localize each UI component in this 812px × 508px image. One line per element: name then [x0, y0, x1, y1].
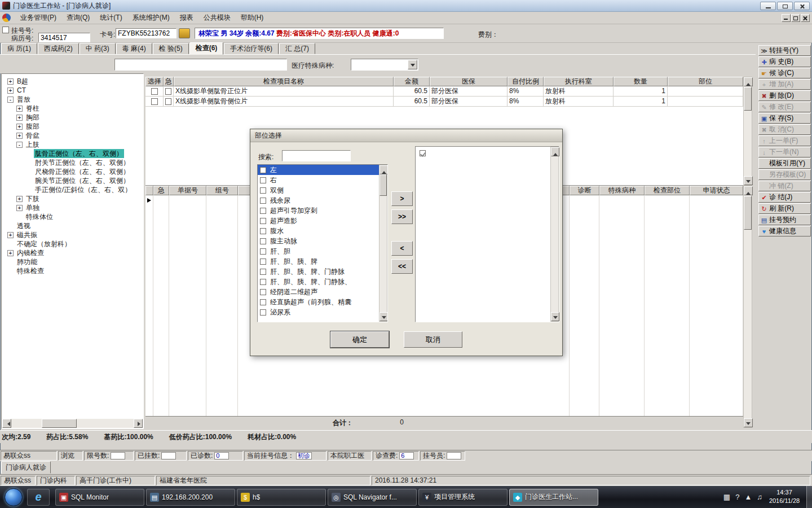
tree-expander-icon[interactable]: + [16, 124, 23, 130]
taskbar-button[interactable]: ◆ 门诊医生工作站... [509, 489, 598, 506]
tree-expander-icon[interactable]: + [16, 115, 23, 121]
restore-button[interactable] [777, 2, 793, 10]
body-part-option[interactable]: 肝、胆、胰、脾 [258, 256, 379, 266]
scroll-down-button[interactable] [379, 312, 388, 321]
option-checkbox[interactable] [260, 269, 266, 275]
scroll-up-button[interactable] [744, 186, 753, 195]
option-checkbox[interactable] [260, 238, 266, 244]
menu-item[interactable]: 报表 [175, 12, 198, 23]
sidebar-button[interactable]: ✖ 删 除(D) [758, 90, 811, 101]
body-part-option[interactable]: 左 [258, 165, 379, 175]
taskbar-clock[interactable]: 14:37 2016/11/28 [766, 488, 803, 505]
menu-item[interactable]: 查询(Q) [61, 12, 95, 23]
tree-item[interactable]: 腕关节正侧位（左、右、双侧） [2, 176, 143, 185]
document-tab[interactable]: 门诊病人就诊 [1, 461, 51, 474]
option-checkbox[interactable] [260, 279, 266, 285]
body-part-option[interactable]: 泌尿系 [258, 307, 379, 317]
sidebar-button[interactable]: ▣ 保 存(S) [758, 113, 811, 124]
tree-item[interactable]: 尺桡骨正侧位（左、右、双侧） [2, 167, 143, 176]
module-tab[interactable]: 检 验(5) [153, 43, 189, 54]
tree-horizontal-scrollbar[interactable] [2, 419, 143, 428]
card-reader-icon[interactable] [179, 28, 190, 38]
body-part-option[interactable]: 经阴道二维超声 [258, 287, 379, 297]
body-part-option[interactable]: 腹水 [258, 226, 379, 236]
sidebar-button[interactable]: ☛ 候 诊(C) [758, 68, 811, 78]
option-checkbox[interactable] [260, 218, 266, 224]
tree-item[interactable]: + 脊柱 [2, 104, 143, 113]
body-part-option[interactable]: 残余尿 [258, 195, 379, 205]
module-tab[interactable]: 汇 总(7) [279, 43, 315, 54]
sidebar-button[interactable]: ♥ 健康信息 [758, 226, 811, 237]
body-part-option[interactable]: 右 [258, 175, 379, 185]
input-indicator-icon[interactable]: ▦ [723, 493, 730, 501]
module-tab[interactable]: 中 药(3) [80, 43, 116, 54]
internet-explorer-icon[interactable]: e [27, 489, 50, 506]
option-checkbox[interactable] [260, 259, 266, 265]
card-no-input[interactable] [116, 28, 176, 38]
tree-item[interactable]: 不确定（放射科） [2, 239, 143, 248]
show-desktop-button[interactable] [806, 486, 812, 508]
tree-item[interactable]: 特殊体位 [2, 212, 143, 221]
scroll-up-button[interactable] [551, 147, 559, 156]
option-checkbox[interactable] [260, 198, 266, 204]
sidebar-button[interactable]: ✖ 取 消(C) [758, 124, 811, 135]
tree-item[interactable]: + B超 [2, 77, 143, 86]
exam-item-row[interactable]: X线摄影单侧肱骨侧位片 60.5 部分医保 8% 放射科 1 [145, 97, 743, 107]
module-tab[interactable]: 西成药(2) [38, 43, 79, 54]
sidebar-button[interactable]: ≫ 转挂号(Y) [758, 45, 811, 56]
taskbar-button[interactable]: $ h$ [237, 489, 326, 506]
sidebar-button[interactable]: ✚ 病 史(B) [758, 56, 811, 67]
option-checkbox[interactable] [260, 228, 266, 234]
show-hidden-icons[interactable]: ▲ [744, 493, 752, 501]
module-tab[interactable]: 毒 麻(4) [116, 43, 152, 54]
minimize-button[interactable] [760, 2, 776, 10]
module-tab[interactable]: 病 历(1) [1, 43, 37, 54]
tree-expander-icon[interactable]: + [16, 205, 23, 211]
scroll-up-button[interactable] [379, 165, 388, 174]
tree-item[interactable]: + 下肢 [2, 194, 143, 203]
tree-item[interactable]: 肘关节正侧位（左、右、双侧） [2, 158, 143, 167]
sidebar-button[interactable]: ▤ 挂号预约 [758, 214, 811, 225]
tree-item[interactable]: 手正侧位/正斜位（左、右、双） [2, 185, 143, 194]
search-input[interactable] [282, 150, 351, 161]
sidebar-button[interactable]: ↑ 上一单(F) [758, 135, 811, 146]
tree-item[interactable]: + 内镜检查 [2, 248, 143, 257]
option-checkbox[interactable] [260, 309, 266, 316]
special-disease-select[interactable] [351, 59, 418, 71]
option-checkbox[interactable] [260, 167, 266, 173]
exam-item-row[interactable]: X线摄影单侧肱骨正位片 60.5 部分医保 8% 放射科 1 [145, 86, 743, 97]
window-titlebar[interactable]: 门诊医生工作站 - [门诊病人就诊] [0, 0, 812, 12]
option-checkbox[interactable] [260, 208, 266, 214]
scroll-down-button[interactable] [744, 176, 753, 185]
scrollbar-thumb[interactable] [744, 87, 752, 111]
tree-item[interactable]: + 腹部 [2, 122, 143, 131]
menu-item[interactable]: 系统维护(M) [127, 12, 175, 23]
sidebar-button[interactable]: 另存模板(O) [758, 169, 811, 180]
tree-item[interactable]: + 磁共振 [2, 230, 143, 239]
tree-item[interactable]: - 上肢 [2, 140, 143, 149]
scrollbar-thumb[interactable] [42, 419, 77, 428]
module-tab[interactable]: 检查(6) [189, 42, 224, 55]
option-checkbox[interactable] [260, 187, 266, 194]
tree-item[interactable]: + 胸部 [2, 113, 143, 122]
row-select-checkbox[interactable] [151, 98, 158, 105]
scrollbar-thumb[interactable] [379, 174, 387, 196]
taskbar-button[interactable]: ◎ SQL Navigator f... [328, 489, 417, 506]
tree-item[interactable]: + 单独 [2, 203, 143, 212]
scroll-down-button[interactable] [744, 418, 753, 427]
mdi-close-button[interactable] [801, 14, 810, 22]
scroll-right-button[interactable] [134, 419, 143, 428]
taskbar-button[interactable]: ▤ 192.168.200.200 [146, 489, 235, 506]
record-no-input[interactable] [38, 33, 90, 42]
tree-expander-icon[interactable]: + [7, 250, 14, 256]
menu-item[interactable]: 业务管理(P) [15, 12, 61, 23]
tree-expander-icon[interactable]: - [16, 142, 23, 148]
move-right-button[interactable]: > [391, 191, 413, 206]
tree-expander-icon[interactable]: + [7, 232, 14, 238]
reg-checkbox[interactable] [2, 27, 9, 33]
body-part-option[interactable]: 肝、胆、胰、脾、门静脉、 [258, 277, 379, 287]
tree-item[interactable]: + 骨盆 [2, 131, 143, 140]
body-part-option[interactable]: 双侧 [258, 185, 379, 195]
select-all-checkbox[interactable] [420, 150, 426, 156]
option-list-scrollbar[interactable] [379, 165, 387, 322]
